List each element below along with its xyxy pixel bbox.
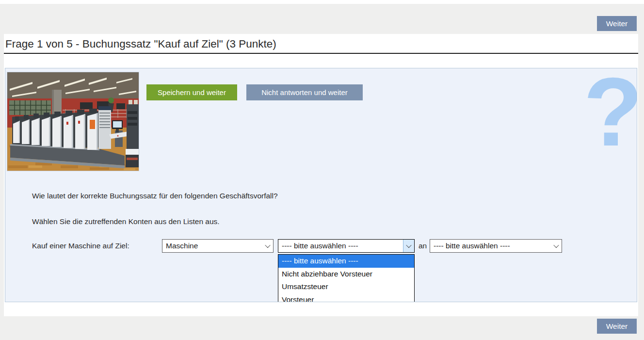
second-account-select[interactable]: ---- bitte auswählen ---- [278,239,415,253]
chevron-down-icon[interactable] [403,240,414,252]
booking-entry-row: Kauf einer Maschine auf Ziel: Maschine -… [32,239,614,253]
dropdown-option[interactable]: Nicht abziehbare Vorsteuer [278,268,414,281]
question-image [7,72,139,171]
top-white-strip [0,0,644,4]
printing-press-illustration [7,72,139,171]
save-and-next-button[interactable]: Speichern und weiter [146,84,237,100]
question-panel: Speichern und weiter Nicht antworten und… [5,68,637,302]
page-title: Frage 1 von 5 - Buchungssatz "Kauf auf Z… [4,34,638,54]
next-button-top[interactable]: Weiter [597,16,637,31]
no-answer-and-next-button[interactable]: Nicht antworten und weiter [246,84,363,100]
dropdown-option[interactable]: ---- bitte auswählen ---- [278,255,414,268]
chevron-down-icon[interactable] [262,240,273,252]
second-account-value: ---- bitte auswählen ---- [282,242,358,250]
dropdown-option[interactable]: Umsatzsteuer [278,280,414,293]
transaction-label: Kauf einer Maschine auf Ziel: [32,239,129,253]
question-mark-icon: ? [582,68,637,161]
credit-account-select[interactable]: ---- bitte auswählen ---- [430,239,562,253]
chevron-down-icon[interactable] [550,240,562,252]
debit-account-select[interactable]: Maschine [162,239,274,253]
conjunction-an: an [419,239,427,253]
second-account-dropdown-list: ---- bitte auswählen ---- Nicht abziehba… [278,254,415,302]
next-button-bottom[interactable]: Weiter [597,319,637,334]
debit-account-value: Maschine [166,242,198,250]
question-instruction: Wählen Sie die zutreffenden Konten aus d… [32,217,220,226]
question-prompt: Wie lautet der korrekte Buchungssatz für… [32,192,278,200]
dropdown-option[interactable]: Vorsteuer [278,293,414,302]
credit-account-value: ---- bitte auswählen ---- [434,242,510,250]
